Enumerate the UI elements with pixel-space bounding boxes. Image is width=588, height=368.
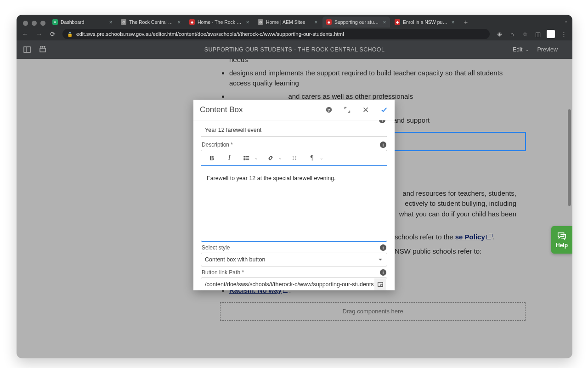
- address-bar[interactable]: 🔒 edit.sws.pre.schools.nsw.gov.au/editor…: [62, 29, 490, 39]
- side-panel-icon[interactable]: ◫: [534, 30, 542, 38]
- shield-icon[interactable]: ⌂: [508, 30, 516, 38]
- toolbar-right: ⊕ ⌂ ☆ ◫ ⋮: [495, 30, 568, 38]
- list-item: designs and implements the support requi…: [229, 68, 526, 89]
- svg-point-5: [44, 46, 45, 47]
- tab-close-icon[interactable]: ×: [108, 19, 113, 25]
- svg-text:?: ?: [328, 108, 330, 113]
- scrollbar-thumb[interactable]: [568, 109, 571, 206]
- preview-button[interactable]: Preview: [537, 46, 558, 53]
- description-label: Description * i: [202, 142, 386, 148]
- tab-close-icon[interactable]: ×: [176, 19, 182, 25]
- tab-close-icon[interactable]: ×: [313, 19, 319, 25]
- profile-avatar[interactable]: [547, 30, 555, 38]
- url-text: edit.sws.pre.schools.nsw.gov.au/editor.h…: [76, 31, 344, 37]
- tabs-dropdown-icon[interactable]: ⌄: [564, 18, 568, 23]
- toolbar-row: ← → ⟳ 🔒 edit.sws.pre.schools.nsw.gov.au/…: [17, 28, 572, 40]
- browser-tab[interactable]: ≡Dashboard×: [49, 17, 116, 28]
- policy-link[interactable]: se Policy: [455, 233, 492, 241]
- help-tab[interactable]: Help: [551, 226, 572, 254]
- browser-tab[interactable]: ◆Supporting our students - The×: [322, 17, 390, 28]
- svg-point-12: [244, 156, 245, 157]
- aem-editor-bar: SUPPORTING OUR STUDENTS - THE ROCK CENTR…: [17, 40, 572, 59]
- italic-button[interactable]: I: [224, 153, 234, 163]
- zoom-icon[interactable]: ⊕: [495, 30, 503, 38]
- tab-title: Home - The Rock Central Scho: [198, 19, 242, 25]
- svg-point-13: [244, 158, 245, 159]
- new-tab-button[interactable]: +: [461, 17, 470, 27]
- svg-rect-2: [40, 48, 45, 52]
- browser-tab[interactable]: ◆Enrol in a NSW public primary×: [391, 17, 458, 28]
- component-dropzone[interactable]: Drag components here: [220, 302, 526, 321]
- toggle-panel-icon[interactable]: [23, 45, 31, 54]
- kebab-menu-icon[interactable]: ⋮: [560, 30, 568, 38]
- close-icon[interactable]: ✕: [358, 102, 373, 118]
- nav-reload-icon[interactable]: ⟳: [49, 30, 57, 38]
- page-title: SUPPORTING OUR STUDENTS - THE ROCK CENTR…: [204, 46, 384, 53]
- tab-favicon: ≡: [52, 19, 58, 25]
- tab-favicon: ◆: [326, 19, 332, 25]
- help-label: Help: [556, 242, 568, 249]
- help-icon[interactable]: ?: [321, 102, 337, 118]
- tab-title: Enrol in a NSW public primary: [403, 19, 447, 25]
- tab-title: The Rock Central School | AEM: [129, 19, 174, 25]
- chevron-down-icon[interactable]: ⌄: [254, 156, 258, 160]
- description-textarea[interactable]: Farewell to year 12 at the special farew…: [201, 165, 387, 242]
- list-item: coordinates planning processes and resou…: [229, 59, 526, 65]
- svg-point-3: [42, 46, 43, 47]
- svg-rect-0: [24, 47, 30, 52]
- paragraph-format-button[interactable]: ¶: [307, 153, 317, 163]
- tab-close-icon[interactable]: ×: [245, 19, 250, 25]
- tab-close-icon[interactable]: ×: [382, 19, 387, 25]
- content-box-dialog: Content Box ? ✕ i Description * i B I ⌄ …: [193, 100, 395, 290]
- rte-toolbar: B I ⌄ ⌄ ¶ ⌄: [201, 150, 387, 165]
- tab-favicon: ⊙: [258, 19, 263, 25]
- browser-tab[interactable]: ⊙Home | AEM Sites×: [254, 17, 322, 28]
- info-icon[interactable]: i: [380, 142, 386, 148]
- bold-button[interactable]: B: [207, 153, 217, 163]
- browser-tab[interactable]: ◆Home - The Rock Central Scho×: [186, 17, 253, 28]
- tab-favicon: ◆: [395, 19, 400, 25]
- nav-forward-icon[interactable]: →: [35, 30, 43, 38]
- page-info-icon[interactable]: [39, 45, 47, 54]
- tab-title: Home | AEM Sites: [266, 19, 311, 25]
- tab-title: Dashboard: [61, 19, 105, 25]
- browser-chrome: ≡Dashboard×⊙The Rock Central School | AE…: [17, 15, 572, 40]
- info-icon[interactable]: i: [379, 120, 385, 123]
- button-link-path-input[interactable]: [201, 277, 387, 290]
- external-link-icon: [486, 234, 492, 239]
- button-link-path-label: Button link Path * i: [202, 269, 386, 276]
- tab-favicon: ⊙: [121, 19, 126, 25]
- select-style-label: Select style i: [202, 244, 386, 251]
- dialog-header: Content Box ? ✕: [193, 100, 395, 120]
- nav-back-icon[interactable]: ←: [21, 30, 29, 38]
- tab-close-icon[interactable]: ×: [450, 19, 456, 25]
- info-icon[interactable]: i: [380, 244, 386, 251]
- dialog-body: i Description * i B I ⌄ ⌄ ¶ ⌄ Farewell t…: [193, 120, 395, 290]
- chevron-down-icon[interactable]: ⌄: [320, 156, 323, 160]
- dialog-title: Content Box: [200, 105, 318, 114]
- unlink-button[interactable]: [289, 153, 300, 163]
- bookmark-icon[interactable]: ☆: [521, 30, 529, 38]
- done-check-icon[interactable]: [376, 102, 392, 118]
- list-button[interactable]: [242, 153, 252, 163]
- info-icon[interactable]: i: [380, 269, 386, 276]
- tab-strip: ≡Dashboard×⊙The Rock Central School | AE…: [17, 17, 572, 28]
- browser-tab[interactable]: ⊙The Rock Central School | AEM×: [117, 17, 185, 28]
- lock-icon: 🔒: [67, 32, 73, 37]
- link-button[interactable]: [266, 153, 276, 163]
- tab-favicon: ◆: [189, 19, 195, 25]
- path-browser-icon[interactable]: [374, 278, 386, 290]
- chevron-down-icon[interactable]: ⌄: [278, 156, 282, 160]
- select-value: Content box with button: [205, 256, 265, 263]
- edit-mode-dropdown[interactable]: Edit ⌄: [513, 46, 529, 53]
- edit-label: Edit: [513, 46, 523, 53]
- svg-point-4: [40, 46, 41, 47]
- chevron-down-icon: ⌄: [526, 47, 529, 52]
- heading-input[interactable]: [201, 123, 387, 137]
- device-frame: ≡Dashboard×⊙The Rock Central School | AE…: [17, 15, 572, 358]
- svg-point-14: [244, 159, 245, 160]
- chat-icon: [557, 232, 567, 241]
- tab-title: Supporting our students - The: [334, 19, 379, 25]
- fullscreen-icon[interactable]: [339, 102, 355, 118]
- select-style-dropdown[interactable]: Content box with button: [201, 253, 387, 266]
